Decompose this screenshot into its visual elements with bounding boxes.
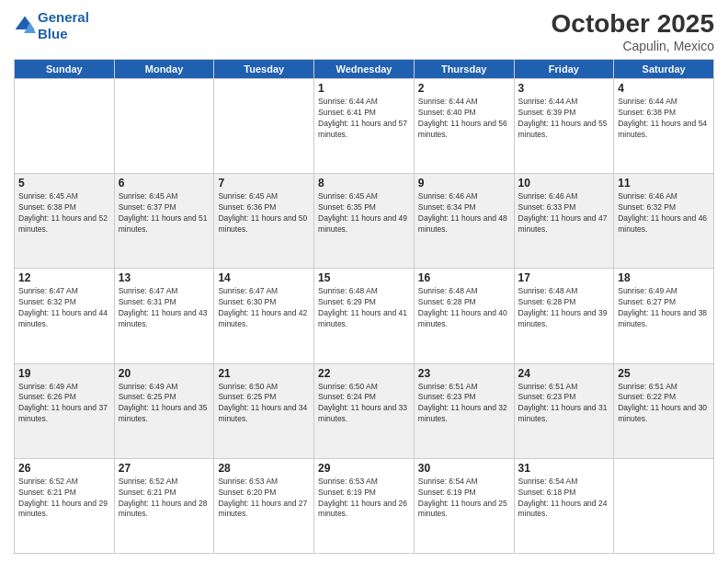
- day-cell: 24Sunrise: 6:51 AM Sunset: 6:23 PM Dayli…: [514, 363, 614, 458]
- week-row-0: 1Sunrise: 6:44 AM Sunset: 6:41 PM Daylig…: [15, 79, 714, 174]
- day-info: Sunrise: 6:50 AM Sunset: 6:25 PM Dayligh…: [218, 382, 310, 426]
- day-info: Sunrise: 6:48 AM Sunset: 6:29 PM Dayligh…: [318, 286, 410, 330]
- day-info: Sunrise: 6:51 AM Sunset: 6:22 PM Dayligh…: [618, 382, 710, 426]
- day-cell: 18Sunrise: 6:49 AM Sunset: 6:27 PM Dayli…: [614, 269, 714, 363]
- day-number: 21: [218, 367, 310, 380]
- calendar-page: General Blue October 2025 Capulin, Mexic…: [0, 0, 728, 563]
- day-info: Sunrise: 6:46 AM Sunset: 6:32 PM Dayligh…: [618, 191, 710, 236]
- day-number: 10: [518, 177, 610, 190]
- day-info: Sunrise: 6:44 AM Sunset: 6:41 PM Dayligh…: [318, 97, 410, 141]
- day-number: 14: [218, 271, 310, 284]
- day-info: Sunrise: 6:49 AM Sunset: 6:25 PM Dayligh…: [119, 382, 210, 426]
- day-info: Sunrise: 6:47 AM Sunset: 6:32 PM Dayligh…: [18, 286, 110, 330]
- header: General Blue October 2025 Capulin, Mexic…: [14, 9, 714, 53]
- day-cell: 20Sunrise: 6:49 AM Sunset: 6:25 PM Dayli…: [114, 363, 214, 458]
- day-cell: 26Sunrise: 6:52 AM Sunset: 6:21 PM Dayli…: [15, 458, 115, 553]
- day-info: Sunrise: 6:45 AM Sunset: 6:36 PM Dayligh…: [218, 191, 310, 236]
- day-cell: [15, 79, 115, 174]
- day-number: 22: [318, 367, 410, 380]
- week-row-2: 12Sunrise: 6:47 AM Sunset: 6:32 PM Dayli…: [15, 269, 714, 363]
- location: Capulin, Mexico: [552, 39, 714, 53]
- day-number: 20: [119, 367, 210, 380]
- day-number: 3: [518, 82, 610, 95]
- header-row: Sunday Monday Tuesday Wednesday Thursday…: [15, 60, 714, 79]
- day-info: Sunrise: 6:52 AM Sunset: 6:21 PM Dayligh…: [119, 477, 210, 521]
- day-cell: 31Sunrise: 6:54 AM Sunset: 6:18 PM Dayli…: [514, 458, 614, 553]
- day-info: Sunrise: 6:50 AM Sunset: 6:24 PM Dayligh…: [318, 382, 410, 426]
- logo: General Blue: [14, 9, 89, 42]
- day-cell: 11Sunrise: 6:46 AM Sunset: 6:32 PM Dayli…: [614, 174, 714, 269]
- day-cell: 17Sunrise: 6:48 AM Sunset: 6:28 PM Dayli…: [514, 269, 614, 363]
- col-friday: Friday: [514, 60, 614, 79]
- day-number: 4: [618, 82, 710, 95]
- day-cell: 9Sunrise: 6:46 AM Sunset: 6:34 PM Daylig…: [414, 174, 514, 269]
- day-number: 19: [18, 367, 110, 380]
- day-number: 27: [119, 462, 210, 475]
- day-info: Sunrise: 6:44 AM Sunset: 6:39 PM Dayligh…: [518, 97, 610, 141]
- day-number: 15: [318, 271, 410, 284]
- day-info: Sunrise: 6:47 AM Sunset: 6:31 PM Dayligh…: [119, 286, 210, 330]
- day-cell: 5Sunrise: 6:45 AM Sunset: 6:38 PM Daylig…: [15, 174, 115, 269]
- col-monday: Monday: [114, 60, 214, 79]
- day-number: 26: [18, 462, 110, 475]
- day-number: 5: [18, 177, 110, 190]
- day-cell: 8Sunrise: 6:45 AM Sunset: 6:35 PM Daylig…: [314, 174, 415, 269]
- col-tuesday: Tuesday: [214, 60, 314, 79]
- day-cell: 21Sunrise: 6:50 AM Sunset: 6:25 PM Dayli…: [214, 363, 314, 458]
- day-info: Sunrise: 6:51 AM Sunset: 6:23 PM Dayligh…: [518, 382, 610, 426]
- week-row-3: 19Sunrise: 6:49 AM Sunset: 6:26 PM Dayli…: [15, 363, 714, 458]
- day-number: 12: [18, 271, 110, 284]
- day-cell: 12Sunrise: 6:47 AM Sunset: 6:32 PM Dayli…: [15, 269, 115, 363]
- month-title: October 2025: [552, 9, 714, 39]
- day-info: Sunrise: 6:53 AM Sunset: 6:19 PM Dayligh…: [318, 477, 410, 521]
- day-number: 7: [218, 177, 310, 190]
- day-info: Sunrise: 6:48 AM Sunset: 6:28 PM Dayligh…: [418, 286, 510, 330]
- day-cell: 3Sunrise: 6:44 AM Sunset: 6:39 PM Daylig…: [514, 79, 614, 174]
- day-info: Sunrise: 6:52 AM Sunset: 6:21 PM Dayligh…: [18, 477, 110, 521]
- day-cell: 28Sunrise: 6:53 AM Sunset: 6:20 PM Dayli…: [214, 458, 314, 553]
- logo-text: General Blue: [38, 9, 89, 42]
- day-info: Sunrise: 6:45 AM Sunset: 6:35 PM Dayligh…: [318, 191, 410, 236]
- day-cell: 27Sunrise: 6:52 AM Sunset: 6:21 PM Dayli…: [114, 458, 214, 553]
- day-info: Sunrise: 6:53 AM Sunset: 6:20 PM Dayligh…: [218, 477, 310, 521]
- day-cell: 10Sunrise: 6:46 AM Sunset: 6:33 PM Dayli…: [514, 174, 614, 269]
- day-number: 17: [518, 271, 610, 284]
- day-number: 31: [518, 462, 610, 475]
- day-info: Sunrise: 6:48 AM Sunset: 6:28 PM Dayligh…: [518, 286, 610, 330]
- day-info: Sunrise: 6:49 AM Sunset: 6:26 PM Dayligh…: [18, 382, 110, 426]
- day-number: 18: [618, 271, 710, 284]
- day-number: 13: [119, 271, 210, 284]
- day-cell: 29Sunrise: 6:53 AM Sunset: 6:19 PM Dayli…: [314, 458, 415, 553]
- calendar-table: Sunday Monday Tuesday Wednesday Thursday…: [14, 59, 714, 554]
- day-number: 23: [418, 367, 510, 380]
- week-row-4: 26Sunrise: 6:52 AM Sunset: 6:21 PM Dayli…: [15, 458, 714, 553]
- day-cell: 2Sunrise: 6:44 AM Sunset: 6:40 PM Daylig…: [414, 79, 514, 174]
- day-info: Sunrise: 6:44 AM Sunset: 6:38 PM Dayligh…: [618, 97, 710, 141]
- day-cell: 7Sunrise: 6:45 AM Sunset: 6:36 PM Daylig…: [214, 174, 314, 269]
- logo-icon: [14, 15, 36, 37]
- day-cell: 30Sunrise: 6:54 AM Sunset: 6:19 PM Dayli…: [414, 458, 514, 553]
- day-cell: 25Sunrise: 6:51 AM Sunset: 6:22 PM Dayli…: [614, 363, 714, 458]
- day-cell: 4Sunrise: 6:44 AM Sunset: 6:38 PM Daylig…: [614, 79, 714, 174]
- day-cell: 15Sunrise: 6:48 AM Sunset: 6:29 PM Dayli…: [314, 269, 415, 363]
- day-number: 8: [318, 177, 410, 190]
- day-number: 25: [618, 367, 710, 380]
- day-info: Sunrise: 6:54 AM Sunset: 6:18 PM Dayligh…: [518, 477, 610, 521]
- day-cell: 1Sunrise: 6:44 AM Sunset: 6:41 PM Daylig…: [314, 79, 415, 174]
- day-number: 24: [518, 367, 610, 380]
- day-number: 28: [218, 462, 310, 475]
- col-wednesday: Wednesday: [314, 60, 415, 79]
- day-info: Sunrise: 6:49 AM Sunset: 6:27 PM Dayligh…: [618, 286, 710, 330]
- day-cell: 6Sunrise: 6:45 AM Sunset: 6:37 PM Daylig…: [114, 174, 214, 269]
- day-number: 11: [618, 177, 710, 190]
- day-info: Sunrise: 6:46 AM Sunset: 6:33 PM Dayligh…: [518, 191, 610, 236]
- day-cell: 13Sunrise: 6:47 AM Sunset: 6:31 PM Dayli…: [114, 269, 214, 363]
- day-info: Sunrise: 6:46 AM Sunset: 6:34 PM Dayligh…: [418, 191, 510, 236]
- day-number: 16: [418, 271, 510, 284]
- day-cell: 22Sunrise: 6:50 AM Sunset: 6:24 PM Dayli…: [314, 363, 415, 458]
- day-info: Sunrise: 6:45 AM Sunset: 6:37 PM Dayligh…: [119, 191, 210, 236]
- day-info: Sunrise: 6:44 AM Sunset: 6:40 PM Dayligh…: [418, 97, 510, 141]
- day-cell: 23Sunrise: 6:51 AM Sunset: 6:23 PM Dayli…: [414, 363, 514, 458]
- col-saturday: Saturday: [614, 60, 714, 79]
- day-info: Sunrise: 6:51 AM Sunset: 6:23 PM Dayligh…: [418, 382, 510, 426]
